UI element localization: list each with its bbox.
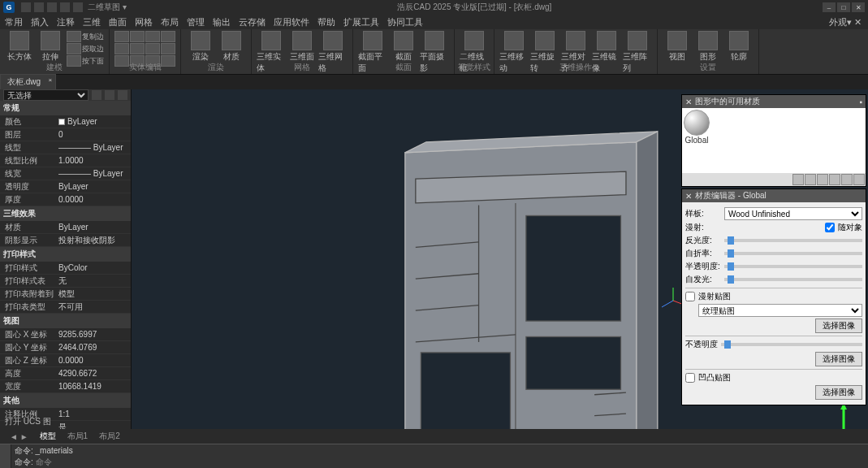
qat-btn[interactable]: [21, 2, 31, 12]
tool-icon[interactable]: [67, 31, 81, 42]
diffusemap-select[interactable]: 纹理贴图: [698, 304, 862, 317]
tool-icon[interactable]: [114, 43, 129, 54]
tool-icon[interactable]: [67, 43, 81, 54]
menu-三维[interactable]: 三维: [83, 16, 101, 28]
tool-icon[interactable]: [853, 174, 865, 185]
props-value[interactable]: 10668.1419: [57, 382, 131, 391]
tool-icon[interactable]: [792, 174, 804, 185]
props-value[interactable]: 1.0000: [57, 156, 131, 165]
props-row[interactable]: 打印样式ByColor: [0, 262, 131, 275]
select-image-button[interactable]: 选择图像: [815, 385, 862, 400]
tool-icon[interactable]: [114, 31, 129, 42]
tool-icon[interactable]: [841, 174, 853, 185]
maximize-button[interactable]: □: [837, 2, 850, 12]
tool-icon[interactable]: [130, 43, 145, 54]
ribbon-btn-轮廓[interactable]: 轮廓: [724, 31, 754, 63]
tool-icon[interactable]: [805, 174, 816, 185]
props-row[interactable]: 打印表类型不可用: [0, 301, 131, 314]
menu-管理[interactable]: 管理: [187, 16, 205, 28]
translucent-slider[interactable]: [724, 265, 862, 268]
menu-帮助[interactable]: 帮助: [317, 16, 335, 28]
props-value[interactable]: ByColor: [57, 263, 131, 272]
props-row[interactable]: 线型比例1.0000: [0, 154, 131, 167]
props-value[interactable]: ByLayer: [57, 117, 131, 126]
tab-nav[interactable]: ◄ ►: [5, 432, 33, 441]
props-value[interactable]: 4290.6672: [57, 369, 131, 378]
panel-menu-icon[interactable]: ▪: [859, 98, 862, 106]
props-row[interactable]: 打印样式表无: [0, 275, 131, 288]
menu-扩展工具[interactable]: 扩展工具: [343, 16, 379, 28]
minimize-button[interactable]: –: [823, 2, 836, 12]
close-button[interactable]: ✕: [852, 2, 865, 12]
layout-tab-布局2[interactable]: 布局2: [94, 431, 125, 442]
props-value[interactable]: 0: [57, 130, 131, 139]
props-icon[interactable]: [92, 90, 101, 100]
props-value[interactable]: 0.0000: [57, 195, 131, 204]
props-row[interactable]: 线宽———— ByLayer: [0, 167, 131, 180]
ribbon-btn-视图[interactable]: 视图: [663, 31, 692, 63]
props-row[interactable]: 材质ByLayer: [0, 221, 131, 234]
ribbon-btn-材质[interactable]: 材质: [217, 31, 246, 63]
props-value[interactable]: 不可用: [57, 301, 131, 313]
props-row[interactable]: 圆心 Z 坐标0.0000: [0, 354, 131, 367]
props-value[interactable]: ———— ByLayer: [57, 143, 131, 152]
menu-常用[interactable]: 常用: [5, 16, 23, 28]
props-row[interactable]: 打印表附着到模型: [0, 288, 131, 301]
material-browser[interactable]: Global: [682, 108, 866, 173]
qat-btn[interactable]: [73, 2, 83, 12]
ribbon-btn-渲染[interactable]: 渲染: [186, 31, 215, 63]
qat-btn[interactable]: [47, 2, 57, 12]
props-row[interactable]: 圆心 X 坐标9285.6997: [0, 328, 131, 341]
tool-icon[interactable]: [145, 43, 160, 54]
props-value[interactable]: 9285.6997: [57, 330, 131, 339]
close-icon[interactable]: ✕: [685, 192, 692, 201]
appearance-menu[interactable]: 外观▾ ✕: [829, 16, 862, 28]
qat-btn[interactable]: [60, 2, 70, 12]
sample-select[interactable]: Wood Unfinished: [724, 207, 862, 220]
props-value[interactable]: 1:1: [57, 410, 131, 418]
props-category[interactable]: 其他: [0, 393, 131, 408]
layout-tab-模型[interactable]: 模型: [35, 431, 61, 442]
selection-dropdown[interactable]: 无选择: [3, 89, 89, 101]
props-category[interactable]: 打印样式: [0, 247, 131, 262]
select-image-button[interactable]: 选择图像: [815, 352, 862, 366]
menu-插入[interactable]: 插入: [31, 16, 49, 28]
menu-注释[interactable]: 注释: [57, 16, 75, 28]
props-value[interactable]: ByLayer: [57, 223, 131, 232]
tool-icon[interactable]: [161, 43, 175, 54]
props-value[interactable]: ByLayer: [57, 182, 131, 191]
cmd-input[interactable]: 命令: [36, 457, 52, 466]
menu-网格[interactable]: 网格: [135, 16, 153, 28]
cmd-handle[interactable]: [0, 444, 11, 468]
props-category[interactable]: 视图: [0, 314, 131, 328]
selfillum-slider[interactable]: [724, 278, 862, 281]
tool-icon[interactable]: [161, 31, 175, 42]
props-value[interactable]: 2464.0769: [57, 343, 131, 352]
props-value[interactable]: 是: [57, 422, 131, 430]
props-icon[interactable]: [105, 90, 114, 100]
reflect-slider[interactable]: [724, 239, 862, 242]
props-row[interactable]: 线型———— ByLayer: [0, 141, 131, 154]
refract-slider[interactable]: [724, 252, 862, 255]
material-swatch[interactable]: [684, 110, 710, 136]
tool-icon[interactable]: [817, 174, 828, 185]
qat-btn[interactable]: [34, 2, 44, 12]
bump-check[interactable]: [685, 373, 695, 383]
props-value[interactable]: 0.0000: [57, 356, 131, 365]
menu-应用软件[interactable]: 应用软件: [274, 16, 309, 28]
props-value[interactable]: 投射和接收阴影: [57, 235, 131, 246]
diffuse-byobject-check[interactable]: [825, 223, 835, 232]
props-value[interactable]: ———— ByLayer: [57, 169, 131, 178]
tool-icon[interactable]: [145, 31, 160, 42]
props-row[interactable]: 圆心 Y 坐标2464.0769: [0, 341, 131, 354]
diffusemap-check[interactable]: [685, 292, 695, 301]
props-row[interactable]: 图层0: [0, 128, 131, 141]
props-category[interactable]: 三维效果: [0, 206, 131, 221]
props-category[interactable]: 常规: [0, 101, 131, 115]
props-value[interactable]: 无: [57, 275, 131, 287]
opacity-slider[interactable]: [721, 343, 862, 346]
tool-icon[interactable]: [130, 31, 145, 42]
menu-协同工具[interactable]: 协同工具: [387, 16, 423, 28]
document-tab[interactable]: 衣柜.dwg ×: [0, 74, 56, 89]
close-icon[interactable]: ×: [48, 76, 52, 84]
